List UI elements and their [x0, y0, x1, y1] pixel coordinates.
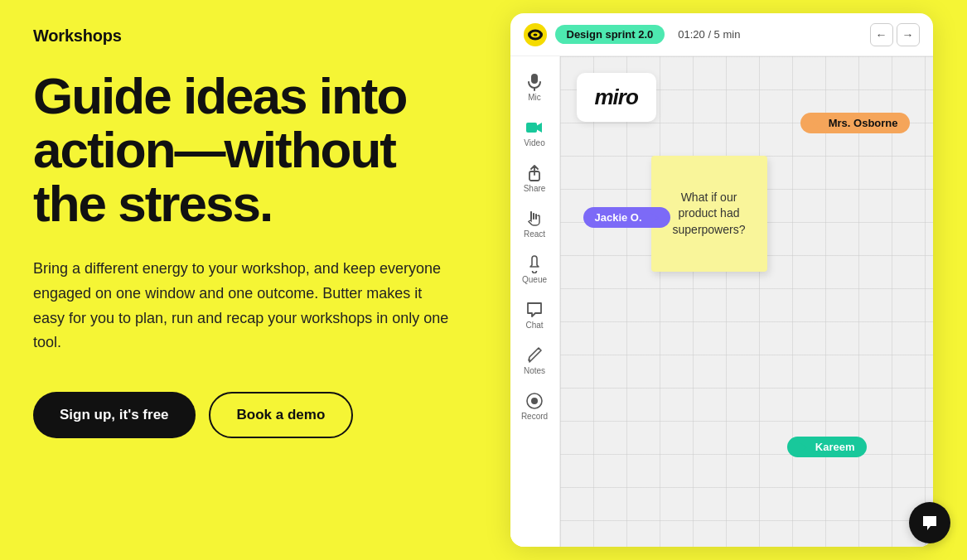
react-label: React — [524, 229, 545, 239]
canvas-area: miro What if our product had superpowers… — [560, 56, 933, 547]
video-icon — [525, 118, 544, 137]
mockup-window: Design sprint 2.0 01:20 / 5 min ← → — [510, 13, 933, 547]
mic-label: Mic — [528, 93, 541, 102]
notes-icon — [525, 346, 544, 364]
sidebar-item-mic[interactable]: Mic — [513, 66, 556, 109]
miro-logo-text: miro — [595, 84, 638, 109]
svg-rect-3 — [531, 74, 538, 84]
signup-button[interactable]: Sign up, it's free — [33, 392, 196, 438]
buttons-row: Sign up, it's free Book a demo — [33, 392, 449, 438]
chat-bubble-button[interactable] — [909, 502, 950, 543]
content-area: Mic Video — [510, 56, 933, 547]
headline: Guide ideas into action—without the stre… — [33, 69, 449, 230]
miro-logo-card: miro — [577, 73, 656, 122]
workshops-label: Workshops — [33, 27, 449, 46]
notes-label: Notes — [524, 366, 545, 375]
sidebar-item-chat[interactable]: Chat — [513, 294, 556, 336]
video-label: Video — [524, 138, 544, 147]
sticky-note-text: What if our product had superpowers? — [663, 190, 756, 239]
timer: 01:20 / 5 min — [678, 28, 740, 41]
forward-arrow-button[interactable]: → — [897, 23, 920, 46]
queue-label: Queue — [522, 275, 547, 284]
svg-rect-5 — [526, 123, 537, 133]
left-panel: Workshops Guide ideas into action—withou… — [0, 0, 489, 560]
queue-icon — [525, 255, 544, 273]
record-icon — [525, 392, 544, 410]
session-badge: Design sprint 2.0 — [555, 25, 665, 44]
back-arrow-button[interactable]: ← — [870, 23, 893, 46]
nav-arrows: ← → — [870, 23, 920, 46]
jackie-cursor-label: Jackie O. — [595, 211, 642, 224]
kareem-cursor-label: Kareem — [815, 441, 855, 453]
sidebar-item-react[interactable]: React — [513, 203, 556, 245]
cursor-osborne: Mrs. Osborne — [800, 113, 910, 133]
sidebar-item-queue[interactable]: Queue — [513, 249, 556, 291]
sidebar-item-video[interactable]: Video — [513, 112, 556, 154]
kareem-cursor-arrow — [799, 442, 807, 452]
mic-icon — [525, 73, 544, 91]
right-panel: Design sprint 2.0 01:20 / 5 min ← → — [489, 0, 967, 560]
jackie-cursor-arrow — [650, 213, 659, 223]
chat-icon — [525, 301, 544, 319]
chat-label: Chat — [525, 321, 543, 330]
svg-point-8 — [531, 398, 538, 404]
cursor-kareem: Kareem — [787, 437, 867, 457]
react-icon — [525, 210, 544, 228]
osborne-cursor-arrow — [812, 118, 820, 128]
icon-sidebar: Mic Video — [510, 56, 560, 547]
demo-button[interactable]: Book a demo — [209, 392, 354, 438]
record-label: Record — [521, 412, 548, 421]
svg-point-2 — [533, 33, 537, 36]
chat-bubble-icon — [920, 513, 940, 533]
osborne-cursor-label: Mrs. Osborne — [829, 117, 898, 129]
share-label: Share — [524, 184, 546, 193]
sidebar-item-share[interactable]: Share — [513, 157, 556, 200]
cursor-jackie: Jackie O. — [583, 207, 670, 228]
top-bar: Design sprint 2.0 01:20 / 5 min ← → — [510, 13, 933, 56]
logo-icon — [524, 23, 547, 46]
description: Bring a different energy to your worksho… — [33, 257, 449, 355]
share-icon — [525, 164, 544, 182]
sidebar-item-record[interactable]: Record — [513, 385, 556, 427]
sidebar-item-notes[interactable]: Notes — [513, 340, 556, 382]
